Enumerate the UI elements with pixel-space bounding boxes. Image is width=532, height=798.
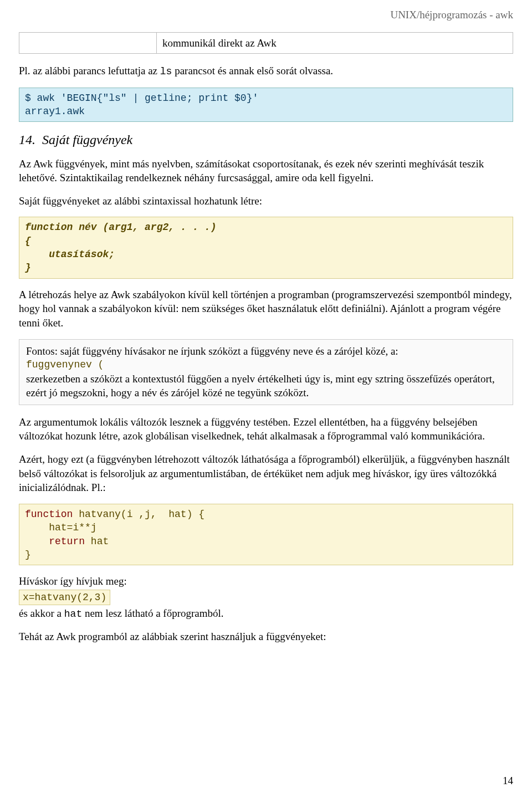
inline-code-box: x=hatvany(2,3) bbox=[19, 590, 110, 605]
note-mono: fuggvenynev ( bbox=[26, 358, 506, 371]
keyword: function bbox=[25, 509, 79, 520]
code-text: hat=i**j bbox=[25, 522, 97, 533]
paragraph: és akkor a hat nem lesz látható a főprog… bbox=[19, 606, 513, 621]
paragraph: Pl. az alábbi parancs lefuttatja az ls p… bbox=[19, 64, 513, 78]
page: UNIX/héjprogramozás - awk kommunikál dir… bbox=[0, 0, 532, 798]
paragraph: A létrehozás helye az Awk szabályokon kí… bbox=[19, 288, 513, 330]
text: Pl. az alábbi parancs lefuttatja az bbox=[19, 65, 160, 76]
keyword: return bbox=[49, 536, 85, 547]
paragraph: Azért, hogy ezt (a függvényben létrehozo… bbox=[19, 452, 513, 495]
section-number: 14. bbox=[19, 132, 35, 147]
note-line: szerkezetben a szóközt a kontextustól fü… bbox=[26, 372, 506, 400]
paragraph: Híváskor így hívjuk meg: bbox=[19, 574, 513, 589]
table-row: kommunikál direkt az Awk bbox=[19, 33, 513, 54]
code-text: utasítások; bbox=[25, 249, 115, 260]
text: és akkor a bbox=[19, 607, 64, 619]
table-cell-right: kommunikál direkt az Awk bbox=[157, 33, 513, 54]
text: parancsot és annak első sorát olvassa. bbox=[172, 65, 333, 76]
running-head: UNIX/héjprogramozás - awk bbox=[19, 8, 513, 22]
code-text: hat bbox=[85, 536, 109, 547]
paragraph: Tehát az Awk programból az alábbiak szer… bbox=[19, 630, 513, 644]
paragraph: Az Awk függvények, mint más nyelvben, sz… bbox=[19, 157, 513, 185]
code-text bbox=[25, 536, 49, 547]
inline-code: hat bbox=[64, 608, 82, 620]
page-number: 14 bbox=[503, 774, 513, 788]
section-heading: 14. Saját függvények bbox=[19, 131, 513, 149]
code-block-example: function hatvany(i ,j, hat) { hat=i**j r… bbox=[19, 504, 513, 565]
paragraph: Saját függvényeket az alábbi szintaxissa… bbox=[19, 194, 513, 208]
keyword: function bbox=[25, 222, 73, 233]
code-block-shell: $ awk 'BEGIN{"ls" | getline; print $0}' … bbox=[19, 88, 513, 122]
text: nem lesz látható a főprogramból. bbox=[82, 607, 223, 619]
section-title: Saját függvények bbox=[42, 132, 132, 147]
continuation-table: kommunikál direkt az Awk bbox=[19, 32, 513, 54]
code-text: név (arg1, arg2, . . .) bbox=[73, 222, 216, 233]
note-box: Fontos: saját függvény hívásakor ne írju… bbox=[19, 339, 513, 405]
code-text: hatvany(i ,j, hat) { bbox=[79, 509, 204, 520]
code-text: } bbox=[25, 262, 31, 273]
code-block-syntax: function név (arg1, arg2, . . .) { utasí… bbox=[19, 217, 513, 278]
note-line: Fontos: saját függvény hívásakor ne írju… bbox=[26, 344, 506, 359]
table-cell-left bbox=[19, 33, 157, 54]
paragraph: Az argumentumok lokális változók lesznek… bbox=[19, 415, 513, 443]
inline-code: ls bbox=[160, 66, 172, 77]
code-text: { bbox=[25, 236, 31, 247]
code-text: } bbox=[25, 549, 31, 560]
